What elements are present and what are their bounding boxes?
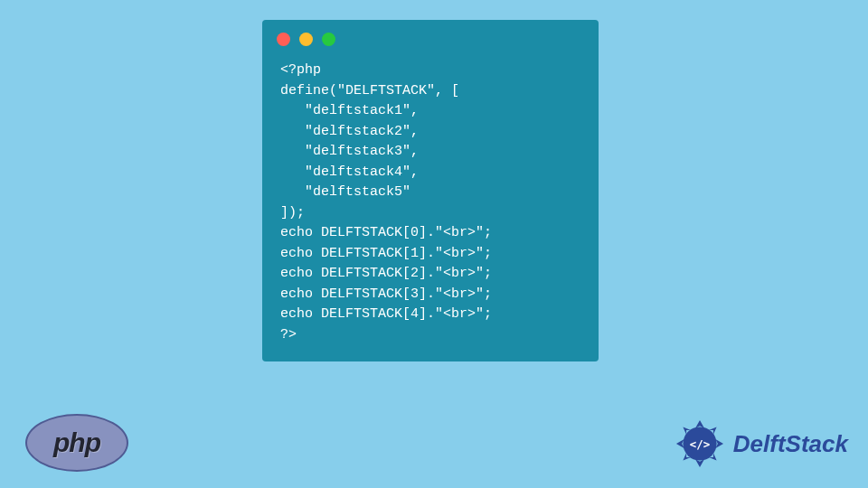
delftstack-text: DelftStack <box>733 430 848 458</box>
minimize-icon <box>299 33 313 46</box>
php-logo: php <box>25 414 128 472</box>
php-logo-text: php <box>53 427 100 458</box>
code-block: <?php define("DELFTSTACK", [ "delftstack… <box>262 53 599 345</box>
delftstack-emblem-icon: </> <box>672 416 728 472</box>
delftstack-logo: </> DelftStack <box>672 416 848 472</box>
code-window: <?php define("DELFTSTACK", [ "delftstack… <box>262 20 599 361</box>
maximize-icon <box>322 33 335 46</box>
window-controls <box>262 20 599 53</box>
svg-text:</>: </> <box>690 437 710 451</box>
close-icon <box>277 33 290 46</box>
